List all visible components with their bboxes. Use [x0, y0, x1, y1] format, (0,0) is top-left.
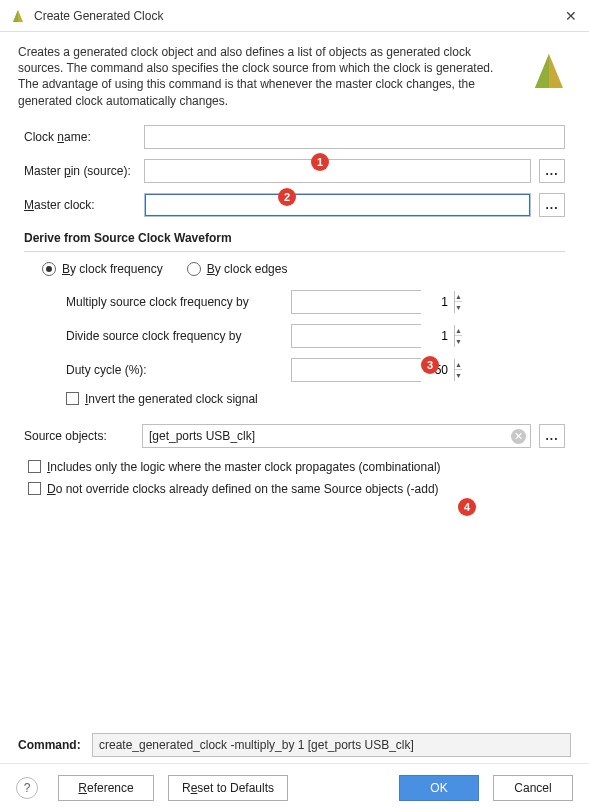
spinner-down-icon[interactable]: ▼ [455, 370, 462, 381]
source-objects-row: Source objects: [get_ports USB_clk] ✕ ..… [24, 424, 565, 448]
combinational-row: Includes only the logic where the master… [28, 460, 565, 474]
radio-by-frequency[interactable]: By clock frequency [42, 262, 163, 276]
duty-spinner[interactable]: ▲ ▼ [291, 358, 421, 382]
duty-input[interactable] [292, 359, 454, 381]
source-objects-label: Source objects: [24, 429, 142, 443]
no-override-row: Do not override clocks already defined o… [28, 482, 565, 496]
combinational-checkbox[interactable]: Includes only the logic where the master… [28, 460, 565, 474]
radio-label: By clock frequency [62, 262, 163, 276]
radio-icon [187, 262, 201, 276]
source-objects-input[interactable]: [get_ports USB_clk] ✕ [142, 424, 531, 448]
spinner-down-icon[interactable]: ▼ [455, 336, 462, 347]
command-label: Command: [18, 738, 92, 752]
checkbox-icon [28, 460, 41, 473]
invert-checkbox[interactable]: Invert the generated clock signal [66, 392, 258, 406]
divide-spinner[interactable]: ▲ ▼ [291, 324, 421, 348]
checkbox-icon [66, 392, 79, 405]
checkbox-icon [28, 482, 41, 495]
multiply-input[interactable] [292, 291, 454, 313]
master-clock-row: Master clock: ... [24, 193, 565, 217]
master-clock-label: Master clock: [24, 198, 144, 212]
radio-by-edges[interactable]: By clock edges [187, 262, 288, 276]
radio-label: By clock edges [207, 262, 288, 276]
cancel-button[interactable]: Cancel [493, 775, 573, 801]
master-clock-input[interactable] [144, 193, 531, 217]
app-logo-icon [10, 8, 26, 24]
ok-button[interactable]: OK [399, 775, 479, 801]
window-description: Creates a generated clock object and als… [18, 44, 527, 109]
no-override-label: Do not override clocks already defined o… [47, 482, 439, 496]
multiply-label: Multiply source clock frequency by [66, 295, 291, 309]
window-title: Create Generated Clock [34, 9, 563, 23]
svg-marker-3 [535, 54, 549, 88]
svg-marker-1 [13, 10, 18, 22]
derive-mode-radios: By clock frequency By clock edges [42, 262, 565, 276]
spinner-up-icon[interactable]: ▲ [455, 325, 462, 337]
spinner-up-icon[interactable]: ▲ [455, 359, 462, 371]
master-clock-browse-button[interactable]: ... [539, 193, 565, 217]
header-description-area: Creates a generated clock object and als… [0, 32, 589, 115]
multiply-spinner[interactable]: ▲ ▼ [291, 290, 421, 314]
master-pin-label: Master pin (source): [24, 164, 144, 178]
invert-row: Invert the generated clock signal [66, 392, 565, 406]
reset-defaults-button[interactable]: Reset to Defaults [168, 775, 288, 801]
source-objects-browse-button[interactable]: ... [539, 424, 565, 448]
spinner-up-icon[interactable]: ▲ [455, 291, 462, 303]
spinner-buttons: ▲ ▼ [454, 359, 462, 381]
divide-input[interactable] [292, 325, 454, 347]
command-row: Command: [0, 733, 589, 757]
spinner-down-icon[interactable]: ▼ [455, 302, 462, 313]
clear-icon[interactable]: ✕ [511, 429, 526, 444]
multiply-row: Multiply source clock frequency by ▲ ▼ [66, 290, 565, 314]
master-pin-row: Master pin (source): ... [24, 159, 565, 183]
radio-icon [42, 262, 56, 276]
combinational-label: Includes only the logic where the master… [47, 460, 441, 474]
help-button[interactable]: ? [16, 777, 38, 799]
derive-section-title: Derive from Source Clock Waveform [24, 231, 565, 245]
footer: ? Reference Reset to Defaults OK Cancel [0, 763, 589, 811]
spinner-buttons: ▲ ▼ [454, 325, 462, 347]
clock-name-label: Clock name: [24, 130, 144, 144]
duty-label: Duty cycle (%): [66, 363, 291, 377]
master-pin-browse-button[interactable]: ... [539, 159, 565, 183]
titlebar: Create Generated Clock ✕ [0, 0, 589, 32]
app-logo-large-icon [527, 48, 571, 92]
divide-row: Divide source clock frequency by ▲ ▼ [66, 324, 565, 348]
source-objects-value: [get_ports USB_clk] [149, 429, 506, 443]
clock-name-input[interactable] [144, 125, 565, 149]
reference-button[interactable]: Reference [58, 775, 154, 801]
no-override-checkbox[interactable]: Do not override clocks already defined o… [28, 482, 565, 496]
close-icon[interactable]: ✕ [563, 8, 579, 24]
divider [24, 251, 565, 252]
duty-row: Duty cycle (%): ▲ ▼ [66, 358, 565, 382]
clock-name-row: Clock name: [24, 125, 565, 149]
master-pin-input[interactable] [144, 159, 531, 183]
divide-label: Divide source clock frequency by [66, 329, 291, 343]
annotation-badge: 4 [458, 498, 476, 516]
command-output[interactable] [92, 733, 571, 757]
spinner-buttons: ▲ ▼ [454, 291, 462, 313]
invert-label: Invert the generated clock signal [85, 392, 258, 406]
